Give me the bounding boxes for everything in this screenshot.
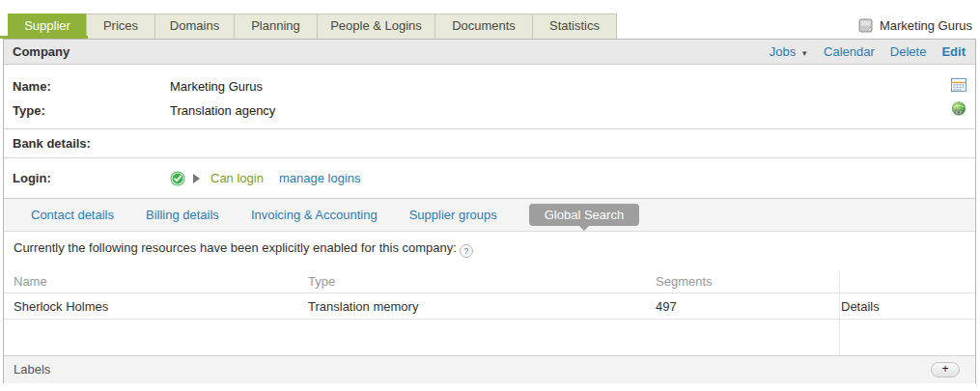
column-header-segments: Segments <box>656 271 713 293</box>
details-link[interactable]: Details <box>841 294 880 319</box>
chevron-down-icon: ▼ <box>800 49 808 58</box>
tab-domains[interactable]: Domains <box>154 14 235 39</box>
subtab-supplier-groups[interactable]: Supplier groups <box>409 208 497 222</box>
company-indicator-label: Marketing Gurus <box>880 18 972 33</box>
type-field-label: Type: <box>13 103 45 118</box>
table-column-divider <box>839 271 840 355</box>
jobs-menu-label: Jobs <box>770 44 796 59</box>
type-field-value: Translation agency <box>170 103 275 118</box>
calendar-icon[interactable] <box>951 77 966 96</box>
login-status-text: Can login <box>210 171 264 185</box>
labels-title: Labels <box>14 356 50 383</box>
name-field-value: Marketing Gurus <box>170 79 263 94</box>
tab-people-logins[interactable]: People & Logins <box>317 14 435 39</box>
resources-intro: Currently the following resources have b… <box>14 240 473 258</box>
tab-documents[interactable]: Documents <box>434 14 533 39</box>
labels-bar: Labels + <box>4 355 975 383</box>
resource-name-cell: Sherlock Holmes <box>14 294 108 319</box>
resources-intro-text: Currently the following resources have b… <box>14 240 457 255</box>
help-icon[interactable]: ? <box>460 244 473 258</box>
login-field-label: Login: <box>13 158 51 198</box>
resource-segments-cell: 497 <box>656 294 677 319</box>
subtab-contact-details[interactable]: Contact details <box>31 208 114 222</box>
tab-planning[interactable]: Planning <box>234 14 318 39</box>
name-field-label: Name: <box>13 79 51 94</box>
globe-camera-icon[interactable] <box>951 101 966 120</box>
subtab-global-search[interactable]: Global Search <box>529 204 639 226</box>
edit-link[interactable]: Edit <box>941 44 966 59</box>
bank-details-row: Bank details: <box>4 128 975 158</box>
tab-statistics[interactable]: Statistics <box>532 14 617 39</box>
tab-prices[interactable]: Prices <box>86 14 155 39</box>
company-actions: Jobs▼ Calendar Delete Edit <box>770 40 966 64</box>
company-panel: Company Jobs▼ Calendar Delete Edit Name:… <box>3 39 976 383</box>
resources-table-header: Name Type Segments <box>4 271 975 293</box>
manage-logins-link[interactable]: manage logins <box>279 171 361 185</box>
delete-link[interactable]: Delete <box>890 44 927 59</box>
resource-type-cell: Translation memory <box>308 294 418 319</box>
company-header-bar: Company Jobs▼ Calendar Delete Edit <box>4 40 975 65</box>
column-header-type: Type <box>308 271 335 293</box>
login-content: Can login manage logins <box>170 158 361 198</box>
app-window: Marketing Gurus Supplier Prices Domains … <box>0 0 980 391</box>
page-title: Company <box>13 40 70 64</box>
table-row: Sherlock Holmes Translation memory 497 D… <box>4 294 975 320</box>
note-icon[interactable] <box>858 18 873 33</box>
triangle-right-icon[interactable] <box>193 174 200 183</box>
bank-details-label: Bank details: <box>13 129 91 157</box>
company-indicator: Marketing Gurus <box>858 18 972 33</box>
calendar-link[interactable]: Calendar <box>824 44 875 59</box>
subtab-billing-details[interactable]: Billing details <box>146 208 219 222</box>
subtab-invoicing-accounting[interactable]: Invoicing & Accounting <box>251 208 378 222</box>
column-header-name: Name <box>14 271 47 293</box>
check-circle-icon <box>170 171 185 186</box>
jobs-menu-button[interactable]: Jobs▼ <box>770 44 808 59</box>
login-row: Login: Can login manage logins <box>4 158 975 199</box>
subtab-bar: Contact details Billing details Invoicin… <box>4 199 975 232</box>
main-tabbar: Supplier Prices Domains Planning People … <box>8 14 617 39</box>
add-label-button[interactable]: + <box>931 362 960 377</box>
